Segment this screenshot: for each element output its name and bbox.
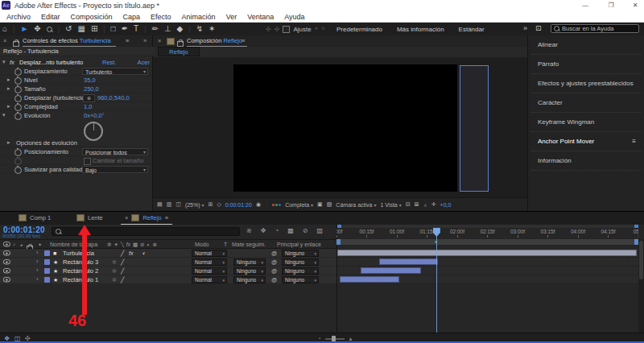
workspace-overflow-icon[interactable]: » (523, 24, 527, 32)
menu-item-archivo[interactable]: Archivo (6, 13, 31, 21)
timeline-scrollbar[interactable] (638, 239, 644, 333)
primary-viewer-icon[interactable]: ▥ (167, 201, 172, 208)
fast-previews-icon[interactable]: ⊠ (415, 201, 419, 208)
dock-panel-alinear[interactable]: Alinear (531, 35, 641, 55)
stopwatch-icon[interactable] (14, 68, 22, 76)
prop-value[interactable]: 1,0 (84, 103, 92, 110)
parent-pickwhip-icon[interactable]: @ (271, 267, 277, 275)
t-column-label[interactable]: T (224, 242, 227, 247)
panel-close-icon[interactable]: × (3, 37, 6, 44)
panel-lock-icon[interactable] (13, 41, 19, 47)
expand-arrow-icon[interactable]: › (36, 249, 39, 256)
layer-duration-bar[interactable] (361, 267, 421, 274)
eye-icon[interactable] (3, 277, 10, 282)
track-lane-turbulencia[interactable] (337, 249, 638, 258)
camera-dropdown[interactable]: Cámara activa ▾ (336, 202, 376, 208)
layer-name[interactable]: Rectángulo 1 (63, 275, 98, 284)
prop-value[interactable]: 250,0 (84, 85, 99, 93)
timeline-tab-lente[interactable]: Lente (72, 212, 107, 224)
stopwatch-icon[interactable] (14, 95, 22, 102)
composition-viewer[interactable] (153, 57, 527, 197)
expand-arrow-icon[interactable]: ▸ (7, 103, 10, 110)
work-area-bar[interactable] (336, 239, 638, 245)
panel-tab[interactable]: Controles de efectos Turbulencia (23, 35, 116, 47)
close-button[interactable]: ✕ (626, 0, 644, 10)
dock-panel-informacion[interactable]: Información (531, 151, 641, 171)
resolution-dropdown[interactable]: Completa ▾ (285, 202, 313, 208)
label-swatch[interactable] (44, 277, 50, 283)
tab-close-icon[interactable]: × (125, 214, 128, 221)
label-swatch[interactable] (44, 268, 50, 274)
eye-icon[interactable] (3, 268, 10, 273)
camera-tool-icon[interactable]: ▦ (77, 23, 85, 35)
track-lane-rectangulo-3[interactable] (337, 258, 638, 267)
rotation-tool-icon[interactable]: ↺ (65, 23, 72, 35)
collapse-arrow-icon[interactable]: ▾ (2, 59, 6, 65)
workspace-manage-icon[interactable]: ⊡ (535, 24, 542, 32)
panel-menu-icon[interactable]: ≡ (126, 37, 129, 44)
minimize-button[interactable]: — (576, 0, 594, 10)
timeline-button-icon[interactable]: ♁ (423, 202, 427, 208)
parent-dropdown[interactable]: Ninguno▾ (282, 267, 319, 275)
point-target-icon[interactable]: ⊕ (83, 94, 95, 102)
collapse-arrow-icon[interactable]: ▾ (2, 112, 6, 118)
home-icon[interactable]: ⌂ (2, 23, 7, 35)
help-search-input[interactable] (562, 25, 634, 32)
fx-switch-icon[interactable]: fx (129, 249, 133, 258)
pixel-aspect-icon[interactable]: ⊟ (406, 201, 411, 208)
workspace-estandar[interactable]: Estándar (459, 26, 485, 33)
panel-lock-icon[interactable] (177, 41, 184, 47)
stopwatch-icon[interactable] (14, 86, 22, 93)
panel-menu-icon[interactable]: ≡ (632, 138, 636, 145)
expand-arrow-icon[interactable]: › (36, 267, 39, 274)
layer-name[interactable]: Turbulencia (63, 249, 94, 258)
workspace-predeterminado[interactable]: Predeterminado (336, 26, 382, 33)
label-swatch[interactable] (44, 250, 50, 256)
name-column-label[interactable]: Nombre de la capa (50, 242, 97, 247)
scrollbar-handle[interactable] (639, 241, 643, 279)
mode-column-label[interactable]: Modo (195, 242, 209, 247)
current-time-display[interactable]: 0:00:01:20 (225, 202, 252, 208)
snap-option-2-icon[interactable]: ⌗ (321, 25, 325, 33)
grid-guides-icon[interactable]: ⊞ (208, 201, 213, 208)
parent-pickwhip-icon[interactable]: @ (271, 275, 277, 284)
graph-editor-icon[interactable]: ▨ (317, 227, 324, 234)
stopwatch-icon[interactable] (14, 149, 22, 156)
stopwatch-icon[interactable] (14, 167, 22, 174)
brush-tool-icon[interactable]: ✏ (152, 23, 159, 35)
timeline-tab-reflejo[interactable]: × Reflejo ≡ (121, 212, 172, 225)
stopwatch-icon[interactable] (14, 104, 22, 111)
playhead-line[interactable] (436, 228, 437, 333)
exposure-value[interactable]: +0,0 (440, 202, 452, 208)
dock-panel-efectos-y-ajustes-preestablecidos[interactable]: Efectos y ajustes preestablecidos (531, 74, 641, 93)
panel-menu-icon[interactable]: ≡ (242, 37, 245, 44)
menu-item-ver[interactable]: Ver (226, 13, 237, 21)
work-area-start-handle[interactable] (336, 239, 341, 245)
collapse-switch-icon[interactable]: ✲ (112, 258, 117, 267)
layer-duration-bar[interactable] (337, 250, 637, 256)
snapshot-icon[interactable]: ◉ (256, 201, 261, 208)
composition-tab-reflejo[interactable]: Reflejo (158, 47, 200, 56)
eraser-tool-icon[interactable]: ◆ (177, 23, 184, 35)
panel-overflow-icon[interactable]: » (143, 37, 147, 44)
dock-panel-keyframe-wingman[interactable]: Keyframe Wingman (531, 113, 641, 132)
parent-column-label[interactable]: Principal y enlace (277, 242, 321, 247)
track-lane-rectangulo-1[interactable] (337, 275, 638, 284)
eye-icon[interactable] (3, 250, 10, 255)
mode-dropdown[interactable]: Normal▾ (192, 267, 227, 275)
always-preview-icon[interactable]: ▤ (157, 201, 163, 208)
menu-item-editar[interactable]: Editar (41, 13, 60, 21)
mode-dropdown[interactable]: Normal▾ (192, 276, 227, 283)
mode-dropdown[interactable]: Normal▾ (192, 258, 227, 266)
magnification-dropdown[interactable]: (25%) ▾ (185, 202, 204, 208)
axis-mode-2-icon[interactable]: ✣ (275, 26, 280, 33)
composition-flowchart-icon[interactable]: ≋ (246, 227, 252, 234)
roto-brush-tool-icon[interactable]: ↯ (196, 23, 203, 35)
parent-dropdown[interactable]: Ninguno▾ (282, 258, 319, 266)
collapse-switch-icon[interactable]: ✲ (112, 275, 117, 284)
menu-item-efecto[interactable]: Efecto (151, 13, 171, 21)
expand-arrow-icon[interactable]: ▸ (7, 76, 10, 83)
cambiar-checkbox[interactable] (84, 158, 91, 165)
parent-pickwhip-icon[interactable]: @ (271, 249, 277, 258)
snap-option-icon[interactable]: ⌖ (315, 25, 319, 33)
